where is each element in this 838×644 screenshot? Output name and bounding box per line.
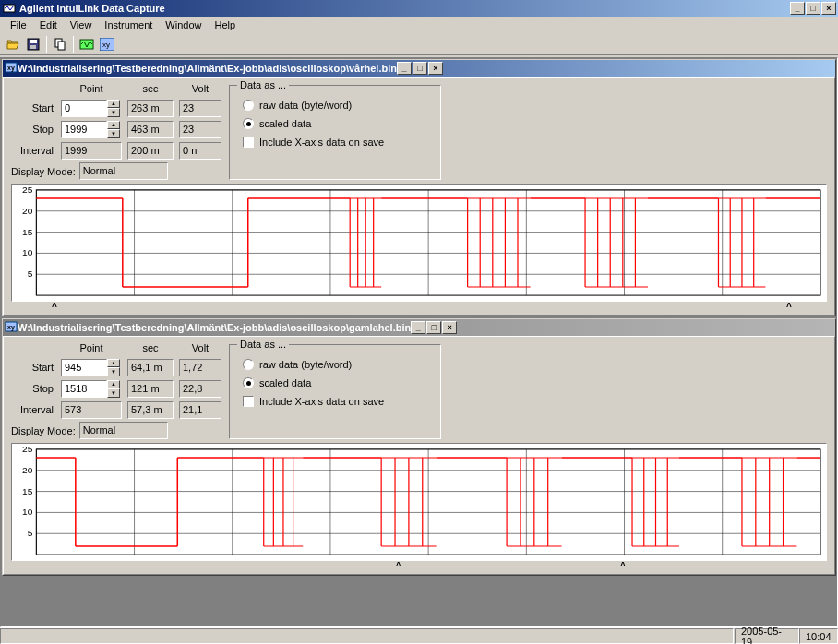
display-mode-value: Normal bbox=[79, 162, 168, 180]
menu-view[interactable]: View bbox=[64, 18, 99, 32]
open-button[interactable] bbox=[4, 35, 22, 54]
child2-title: W:\Industrialisering\Testberedning\Allmä… bbox=[18, 322, 411, 333]
child2-minimize[interactable]: _ bbox=[411, 321, 425, 334]
waveform-chart-2[interactable]: 510152025 bbox=[11, 443, 827, 561]
check-include-x[interactable]: Include X-axis data on save bbox=[243, 137, 431, 148]
svg-text:25: 25 bbox=[22, 185, 33, 195]
child1-title: W:\Industrialisering\Testberedning\Allmä… bbox=[18, 63, 397, 74]
svg-text:15: 15 bbox=[22, 227, 33, 237]
radio-raw-data[interactable]: raw data (byte/word) bbox=[243, 359, 431, 370]
cursor-marker[interactable]: ^ bbox=[396, 561, 401, 571]
data-as-group: raw data (byte/word) scaled data Include… bbox=[229, 85, 441, 180]
statusbar: 2005-05-19 10:04 bbox=[0, 627, 838, 644]
header-point: Point bbox=[61, 342, 122, 353]
interval-sec: 57,3 m bbox=[127, 401, 174, 419]
label-display-mode: Display Mode: bbox=[11, 425, 76, 436]
document-icon: xy bbox=[5, 320, 18, 335]
maximize-button[interactable]: □ bbox=[806, 2, 820, 15]
child1-titlebar[interactable]: xy W:\Industrialisering\Testberedning\Al… bbox=[3, 60, 835, 77]
spin-down[interactable]: ▼ bbox=[107, 129, 120, 138]
label-display-mode: Display Mode: bbox=[11, 166, 76, 177]
svg-text:20: 20 bbox=[22, 465, 33, 475]
menu-edit[interactable]: Edit bbox=[33, 18, 64, 32]
header-sec: sec bbox=[127, 83, 174, 94]
app-icon bbox=[2, 1, 17, 16]
capture-button[interactable] bbox=[78, 35, 96, 54]
start-point-input[interactable] bbox=[61, 359, 107, 376]
header-volt: Volt bbox=[179, 342, 221, 353]
spin-down[interactable]: ▼ bbox=[107, 367, 120, 376]
folder-open-icon bbox=[6, 37, 20, 52]
spin-up[interactable]: ▲ bbox=[107, 121, 120, 130]
start-point-input[interactable] bbox=[61, 100, 107, 117]
child1-minimize[interactable]: _ bbox=[397, 62, 412, 75]
check-include-x[interactable]: Include X-axis data on save bbox=[243, 396, 431, 407]
svg-text:20: 20 bbox=[22, 206, 33, 216]
interval-point: 1999 bbox=[61, 142, 122, 160]
cursor-marker[interactable]: ^ bbox=[786, 302, 792, 312]
header-sec: sec bbox=[127, 342, 174, 353]
child-window-1: xy W:\Industrialisering\Testberedning\Al… bbox=[2, 59, 836, 316]
status-date: 2005-05-19 bbox=[735, 628, 799, 644]
scope-icon bbox=[79, 37, 94, 52]
start-sec: 263 m bbox=[127, 100, 174, 117]
status-time: 10:04 bbox=[799, 628, 838, 644]
close-button[interactable]: × bbox=[821, 2, 836, 15]
child1-maximize[interactable]: □ bbox=[413, 62, 427, 75]
cursor-marker[interactable]: ^ bbox=[620, 561, 626, 571]
start-volt: 1,72 bbox=[179, 359, 221, 376]
interval-sec: 200 m bbox=[127, 142, 174, 160]
spin-down[interactable]: ▼ bbox=[107, 108, 120, 117]
spin-down[interactable]: ▼ bbox=[107, 388, 120, 398]
xy-button[interactable]: xy bbox=[98, 35, 116, 54]
data-as-group: raw data (byte/word) scaled data Include… bbox=[229, 344, 441, 439]
stop-point-input[interactable] bbox=[61, 121, 107, 138]
stop-sec: 463 m bbox=[127, 121, 174, 138]
display-mode-value: Normal bbox=[79, 422, 168, 439]
spin-up[interactable]: ▲ bbox=[107, 380, 120, 389]
label-stop: Stop bbox=[11, 383, 55, 394]
svg-text:25: 25 bbox=[22, 444, 33, 454]
menu-window[interactable]: Window bbox=[159, 18, 208, 32]
cursor-row-2: ^^ bbox=[11, 561, 827, 572]
child2-close[interactable]: × bbox=[442, 321, 457, 334]
start-sec: 64,1 m bbox=[127, 359, 174, 376]
child-window-2: xy W:\Industrialisering\Testberedning\Al… bbox=[2, 318, 836, 576]
svg-text:xy: xy bbox=[7, 324, 15, 331]
interval-volt: 21,1 bbox=[179, 401, 221, 419]
cursor-marker[interactable]: ^ bbox=[52, 302, 57, 312]
child2-titlebar[interactable]: xy W:\Industrialisering\Testberedning\Al… bbox=[3, 319, 835, 336]
child1-close[interactable]: × bbox=[428, 62, 443, 75]
radio-raw-data[interactable]: raw data (byte/word) bbox=[243, 100, 431, 111]
copy-button[interactable] bbox=[51, 35, 69, 54]
interval-volt: 0 n bbox=[179, 142, 221, 160]
spin-up[interactable]: ▲ bbox=[107, 100, 120, 109]
stop-volt: 23 bbox=[179, 121, 221, 138]
label-stop: Stop bbox=[11, 124, 55, 135]
mdi-area: xy W:\Industrialisering\Testberedning\Al… bbox=[0, 57, 838, 627]
header-volt: Volt bbox=[179, 83, 221, 94]
start-volt: 23 bbox=[179, 100, 221, 117]
save-button[interactable] bbox=[24, 35, 42, 54]
svg-text:15: 15 bbox=[22, 486, 33, 496]
radio-scaled-data[interactable]: scaled data bbox=[243, 377, 431, 388]
stop-sec: 121 m bbox=[127, 380, 174, 398]
minimize-button[interactable]: _ bbox=[790, 2, 805, 15]
svg-text:xy: xy bbox=[102, 41, 110, 49]
waveform-chart-1[interactable]: 510152025 bbox=[11, 184, 827, 302]
app-titlebar: Agilent IntuiLink Data Capture _ □ × bbox=[0, 0, 838, 17]
menu-help[interactable]: Help bbox=[208, 18, 242, 32]
menu-file[interactable]: File bbox=[4, 18, 33, 32]
floppy-icon bbox=[26, 37, 41, 52]
radio-scaled-data[interactable]: scaled data bbox=[243, 118, 431, 129]
svg-text:xy: xy bbox=[7, 65, 15, 72]
svg-rect-5 bbox=[58, 42, 65, 50]
header-point: Point bbox=[61, 83, 122, 94]
stop-volt: 22,8 bbox=[179, 380, 221, 398]
stop-point-input[interactable] bbox=[61, 380, 107, 398]
app-title: Agilent IntuiLink Data Capture bbox=[19, 3, 165, 14]
document-icon: xy bbox=[5, 61, 18, 76]
child2-maximize[interactable]: □ bbox=[426, 321, 441, 334]
spin-up[interactable]: ▲ bbox=[107, 359, 120, 368]
menu-instrument[interactable]: Instrument bbox=[98, 18, 159, 32]
